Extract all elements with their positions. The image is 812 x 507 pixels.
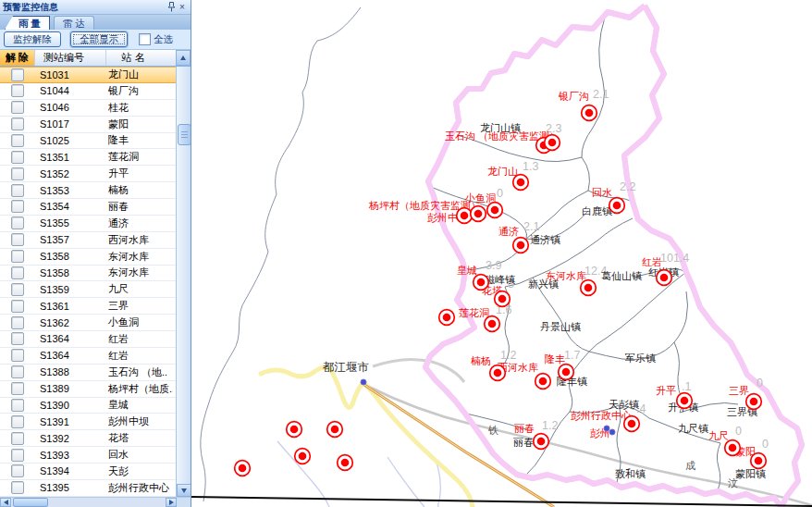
station-marker[interactable] [457,208,473,224]
release-checkbox[interactable] [11,464,24,477]
station-marker[interactable] [581,280,597,296]
scroll-down-button[interactable] [177,484,191,497]
release-checkbox[interactable] [11,216,24,229]
release-checkbox[interactable] [11,399,24,412]
station-marker[interactable] [495,291,511,307]
station-marker[interactable] [624,416,640,432]
tab-radar[interactable]: 雷 达 [54,16,94,30]
table-row[interactable]: S1046桂花 [0,100,191,117]
table-row[interactable]: S1352升平 [0,166,191,182]
release-checkbox[interactable] [11,481,24,494]
hscroll-track[interactable] [48,498,166,507]
table-row[interactable]: S1358东河水库 [0,249,191,266]
table-row[interactable]: S1353楠杨 [0,182,191,199]
table-row[interactable]: S1364红岩 [0,331,191,348]
table-row[interactable]: S1358东河水库 [0,266,191,282]
table-row[interactable]: S1391彭州中坝 [0,414,191,430]
scroll-right-button[interactable] [166,498,177,507]
release-checkbox[interactable] [11,432,24,445]
release-checkbox[interactable] [11,300,24,313]
show-all-button[interactable]: 全部显示 [70,31,128,47]
station-marker[interactable] [439,310,455,326]
scroll-left-button[interactable] [0,498,11,507]
release-checkbox[interactable] [11,84,24,97]
station-marker[interactable] [487,203,503,218]
station-marker[interactable] [471,206,486,222]
station-marker[interactable] [485,316,500,332]
table-row[interactable]: S1392花塔 [0,430,191,447]
release-checkbox[interactable] [11,167,24,180]
station-marker[interactable] [545,135,560,151]
release-checkbox[interactable] [11,151,24,164]
station-marker[interactable] [746,394,762,410]
release-checkbox[interactable] [11,365,24,378]
release-checkbox[interactable] [11,415,24,428]
table-row[interactable]: S1354丽春 [0,199,191,216]
release-checkbox[interactable] [11,382,24,395]
station-marker[interactable] [287,422,302,438]
table-row[interactable]: S1361三界 [0,298,191,315]
release-checkbox[interactable] [11,117,24,130]
table-row[interactable]: S1364红岩 [0,348,191,365]
table-row[interactable]: S1393回水 [0,447,191,464]
header-release[interactable]: 解 除 [0,50,35,66]
table-row[interactable]: S1362小鱼洞 [0,315,191,331]
release-checkbox[interactable] [11,200,24,213]
table-row[interactable]: S1355通济 [0,216,191,232]
station-marker[interactable] [474,275,489,291]
vertical-scrollbar[interactable] [176,67,191,497]
table-row[interactable]: S1394天彭 [0,464,191,480]
station-marker[interactable] [559,365,574,380]
station-marker[interactable] [677,393,693,409]
release-checkbox[interactable] [11,316,24,329]
release-monitor-button[interactable]: 监控解除 [4,31,61,47]
select-all-checkbox[interactable] [139,33,151,45]
station-marker[interactable] [725,440,741,456]
table-row[interactable]: S1044银厂沟 [0,83,191,100]
tab-rainfall[interactable]: 雨 量 [5,16,50,30]
gis-map[interactable]: 2.12.31.302.12.23.931.612.4101.41.21.71.… [191,0,812,507]
table-row[interactable]: S1389杨坪村（地质.. [0,381,191,398]
release-checkbox[interactable] [11,332,24,345]
station-marker[interactable] [513,175,529,191]
station-marker[interactable] [327,422,343,438]
table-row[interactable]: S1359九尺 [0,281,191,298]
station-marker[interactable] [513,238,529,254]
hscroll-thumb[interactable] [13,498,48,507]
pin-icon[interactable] [166,2,177,13]
release-checkbox[interactable] [11,250,24,263]
table-row[interactable]: S1388玉石沟 （地.. [0,365,191,381]
release-checkbox[interactable] [11,68,24,81]
release-checkbox[interactable] [11,266,24,279]
table-row[interactable]: S1390皇城 [0,398,191,414]
table-row[interactable]: S1395彭州行政中心 [0,480,191,497]
station-marker[interactable] [582,105,597,121]
station-marker[interactable] [235,461,251,476]
table-row[interactable]: S1351莲花洞 [0,149,191,166]
release-checkbox[interactable] [11,449,24,462]
table-row[interactable]: S1017蒙阳 [0,117,191,133]
release-checkbox[interactable] [11,134,24,147]
table-row[interactable]: S1031龙门山 [0,67,191,83]
release-checkbox[interactable] [11,349,24,362]
station-marker[interactable] [535,374,551,390]
station-marker[interactable] [609,198,625,214]
close-icon[interactable]: × [177,2,188,13]
horizontal-scrollbar[interactable] [0,497,191,507]
release-checkbox[interactable] [11,283,24,296]
station-marker[interactable] [657,270,672,286]
release-checkbox[interactable] [11,233,24,246]
table-row[interactable]: S1025隆丰 [0,133,191,150]
scroll-up-button[interactable] [176,50,191,66]
release-checkbox[interactable] [11,101,24,114]
vscroll-thumb[interactable] [178,124,191,145]
header-station-name[interactable]: 站 名 [106,50,160,66]
station-marker[interactable] [490,365,506,381]
station-marker[interactable] [295,449,311,464]
release-checkbox[interactable] [11,184,24,197]
header-station-code[interactable]: 测站编号 [35,50,106,66]
station-marker[interactable] [751,453,767,469]
station-marker[interactable] [534,434,549,450]
station-marker[interactable] [338,455,353,471]
table-row[interactable]: S1357西河水库 [0,232,191,249]
